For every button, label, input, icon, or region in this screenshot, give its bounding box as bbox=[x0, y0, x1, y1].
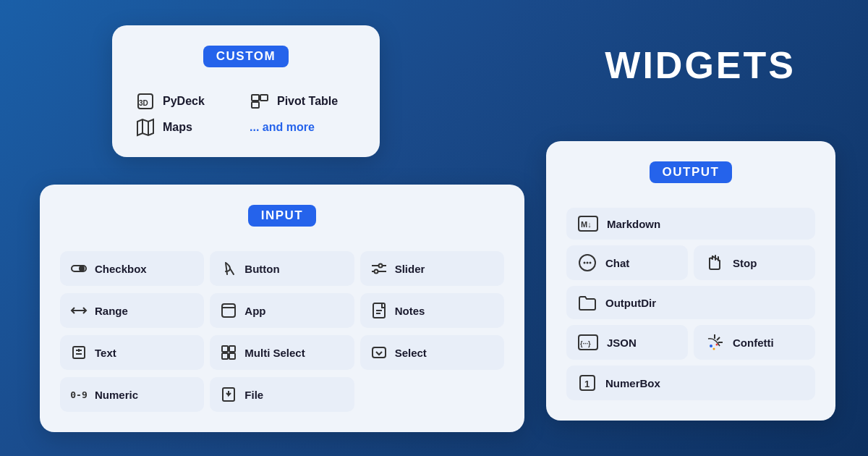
input-item-text: Text bbox=[60, 335, 204, 370]
svg-rect-22 bbox=[73, 347, 85, 358]
select-label: Select bbox=[395, 347, 427, 359]
input-item-slider: Slider bbox=[360, 251, 504, 286]
svg-point-43 bbox=[716, 344, 718, 346]
numerbox-label: NumerBox bbox=[605, 377, 660, 389]
app-label: App bbox=[244, 305, 265, 317]
input-grid: Checkbox Button bbox=[60, 251, 504, 412]
range-label: Range bbox=[95, 305, 128, 317]
input-item-numeric: 0-9 Numeric bbox=[60, 377, 204, 412]
json-icon: {···} bbox=[578, 334, 598, 350]
svg-point-36 bbox=[590, 262, 592, 264]
svg-point-13 bbox=[374, 270, 378, 274]
numeric-icon: 0-9 bbox=[70, 389, 88, 400]
input-item-notes: Notes bbox=[360, 293, 504, 328]
input-item-multiselect: Multi Select bbox=[210, 335, 354, 370]
app-icon bbox=[220, 302, 237, 319]
svg-text:3D: 3D bbox=[139, 99, 148, 107]
svg-text:1: 1 bbox=[584, 379, 590, 389]
multiselect-label: Multi Select bbox=[244, 347, 305, 359]
output-item-json: {···} JSON bbox=[566, 325, 688, 360]
input-item-button: Button bbox=[210, 251, 354, 286]
numerbox-icon: 1 bbox=[578, 373, 597, 392]
svg-rect-3 bbox=[260, 95, 268, 101]
json-label: JSON bbox=[607, 337, 637, 349]
stop-label: Stop bbox=[733, 257, 757, 269]
input-item-file: File bbox=[210, 377, 354, 412]
select-icon bbox=[370, 344, 388, 361]
svg-point-44 bbox=[713, 348, 715, 350]
svg-rect-4 bbox=[252, 102, 259, 108]
button-icon bbox=[220, 260, 237, 277]
pivot-label: Pivot Table bbox=[277, 95, 338, 108]
output-item-stop: Stop bbox=[694, 245, 815, 280]
checkbox-icon bbox=[70, 260, 88, 277]
output-item-chat: Chat bbox=[566, 245, 688, 280]
svg-text:{···}: {···} bbox=[580, 340, 591, 347]
file-icon bbox=[220, 386, 237, 403]
custom-item-pydeck: 3D PyDeck bbox=[135, 92, 242, 111]
checkbox-label: Checkbox bbox=[95, 263, 147, 275]
svg-point-12 bbox=[378, 264, 382, 268]
chat-icon bbox=[578, 253, 597, 272]
button-label: Button bbox=[244, 263, 279, 275]
range-icon bbox=[70, 302, 88, 319]
svg-text:M↓: M↓ bbox=[581, 220, 592, 229]
svg-point-42 bbox=[710, 345, 712, 347]
pydeck-label: PyDeck bbox=[163, 95, 205, 108]
stop-icon bbox=[705, 253, 724, 272]
output-list: M↓ Markdown Chat bbox=[566, 208, 815, 400]
output-item-outputdir: OutputDir bbox=[566, 286, 815, 319]
custom-item-maps: Maps bbox=[135, 118, 242, 137]
output-item-numerbox: 1 NumerBox bbox=[566, 366, 815, 400]
custom-grid: 3D PyDeck Pivot Table bbox=[135, 92, 357, 137]
output-row-chat-stop: Chat Stop bbox=[566, 245, 815, 280]
file-label: File bbox=[244, 389, 263, 401]
input-card: INPUT Checkbox Button bbox=[40, 185, 524, 432]
page-title: WIDGETS bbox=[605, 43, 796, 87]
output-item-markdown: M↓ Markdown bbox=[566, 208, 815, 240]
output-item-confetti: Confetti bbox=[694, 325, 815, 360]
custom-card: CUSTOM 3D PyDeck Pivot Table bbox=[112, 25, 380, 157]
markdown-label: Markdown bbox=[607, 218, 660, 230]
svg-point-34 bbox=[584, 262, 586, 264]
input-item-range: Range bbox=[60, 293, 204, 328]
pivot-icon bbox=[250, 92, 270, 111]
more-label: ... and more bbox=[250, 121, 315, 134]
notes-icon bbox=[370, 302, 388, 319]
svg-rect-29 bbox=[373, 347, 386, 358]
slider-label: Slider bbox=[395, 263, 425, 275]
maps-label: Maps bbox=[163, 121, 192, 134]
text-icon bbox=[70, 344, 88, 361]
custom-item-pivot: Pivot Table bbox=[250, 92, 357, 111]
svg-rect-27 bbox=[222, 353, 228, 359]
input-item-select: Select bbox=[360, 335, 504, 370]
confetti-icon bbox=[705, 333, 724, 352]
notes-label: Notes bbox=[395, 305, 425, 317]
svg-point-9 bbox=[79, 266, 85, 271]
input-badge: INPUT bbox=[248, 205, 317, 227]
markdown-icon: M↓ bbox=[578, 216, 598, 232]
svg-rect-25 bbox=[222, 346, 228, 352]
svg-rect-17 bbox=[222, 304, 235, 317]
outputdir-label: OutputDir bbox=[605, 297, 656, 309]
3d-icon: 3D bbox=[135, 92, 156, 111]
custom-badge: CUSTOM bbox=[203, 46, 289, 67]
output-card: OUTPUT M↓ Markdown bbox=[546, 141, 835, 421]
input-item-app: App bbox=[210, 293, 354, 328]
svg-rect-28 bbox=[229, 353, 235, 359]
svg-rect-26 bbox=[229, 346, 235, 352]
numeric-label: Numeric bbox=[95, 389, 138, 401]
multiselect-icon bbox=[220, 344, 237, 361]
svg-line-40 bbox=[717, 337, 720, 340]
map-icon bbox=[135, 118, 156, 137]
input-item-checkbox: Checkbox bbox=[60, 251, 204, 286]
text-label: Text bbox=[95, 347, 116, 359]
slider-icon bbox=[370, 260, 388, 277]
svg-marker-5 bbox=[137, 119, 153, 135]
confetti-label: Confetti bbox=[733, 337, 774, 349]
output-row-json-confetti: {···} JSON Confetti bbox=[566, 325, 815, 360]
svg-point-35 bbox=[587, 262, 589, 264]
chat-label: Chat bbox=[605, 257, 629, 269]
svg-rect-2 bbox=[252, 95, 259, 101]
output-badge: OUTPUT bbox=[650, 161, 733, 183]
